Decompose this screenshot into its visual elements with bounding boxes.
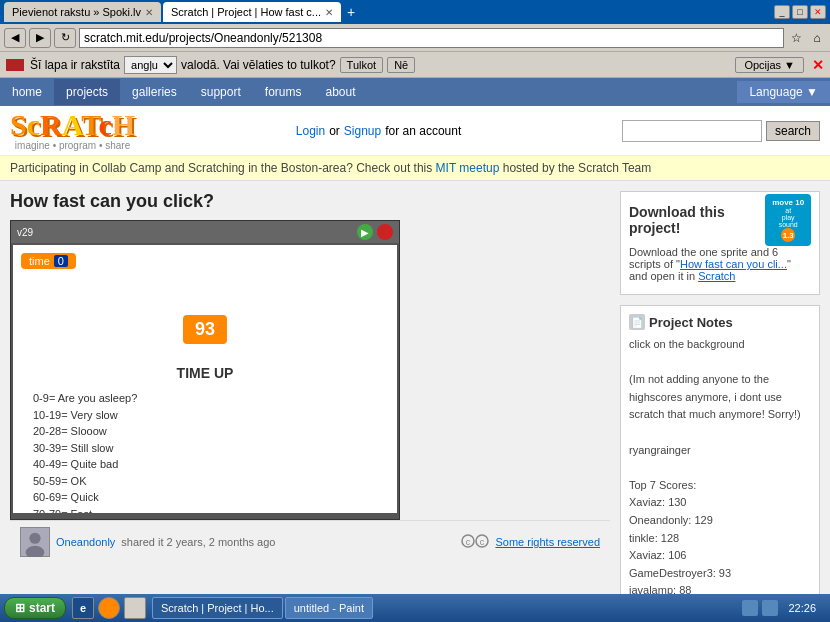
login-area: Login or Signup for an account (296, 124, 461, 138)
tab-1-title: Pievienot rakstu » Spoki.lv (12, 6, 141, 18)
tab-2-title: Scratch | Project | How fast c... (171, 6, 321, 18)
taskbar-item-2-label: untitled - Paint (294, 602, 364, 614)
guide-line-2: 10-19= Very slow (33, 407, 137, 424)
download-project-link[interactable]: How fast can you cli... (680, 258, 787, 270)
notes-text: click on the background (Im not adding a… (629, 336, 811, 594)
logo-s: S (10, 108, 27, 141)
download-icon: move 10 at play sound 1.3 (765, 200, 811, 240)
firefox-icon[interactable] (98, 597, 120, 619)
tab-1[interactable]: Pievienot rakstu » Spoki.lv ✕ (4, 2, 161, 22)
nav-galleries[interactable]: galleries (120, 79, 189, 105)
address-icons: ☆ ⌂ (787, 29, 826, 47)
minimize-button[interactable]: _ (774, 5, 790, 19)
translate-flag-text: Šī lapa ir rakstīta (30, 58, 120, 72)
logo-h: H (112, 108, 135, 141)
download-desc: Download the one sprite and 6 scripts of… (629, 246, 811, 282)
logo-r: R (40, 108, 62, 141)
network-icon (742, 600, 758, 616)
star-icon[interactable]: ☆ (787, 29, 805, 47)
timer-value: 0 (54, 255, 68, 267)
sidebar: Download this project! move 10 at play s… (620, 191, 820, 594)
tab-1-close[interactable]: ✕ (145, 7, 153, 18)
back-button[interactable]: ◀ (4, 28, 26, 48)
nav-language[interactable]: Language ▼ (737, 81, 830, 103)
new-tab-button[interactable]: + (343, 2, 359, 22)
logo-a: A (62, 108, 81, 141)
search-input[interactable] (622, 120, 762, 142)
guide-line-3: 20-28= Slooow (33, 423, 137, 440)
address-input[interactable] (79, 28, 784, 48)
volume-icon (762, 600, 778, 616)
search-button[interactable]: search (766, 121, 820, 141)
logo-c2: c (98, 108, 111, 141)
rights-link[interactable]: Some rights reserved (495, 536, 600, 548)
translate-valoda-text: valodā. Vai vēlaties to tulkot? (181, 58, 336, 72)
taskbar-item-1[interactable]: Scratch | Project | Ho... (152, 597, 283, 619)
mit-meetup-link[interactable]: MIT meetup (436, 161, 500, 175)
camp-notice: Participating in Collab Camp and Scratch… (0, 156, 830, 181)
taskbar-quick-launch: e (68, 597, 150, 619)
ne-button[interactable]: Nē (387, 57, 415, 73)
nav-about[interactable]: about (313, 79, 367, 105)
for-account-text: for an account (385, 124, 461, 138)
guide-line-1: 0-9= Are you asleep? (33, 390, 137, 407)
signup-link[interactable]: Signup (344, 124, 381, 138)
taskbar-item-1-label: Scratch | Project | Ho... (161, 602, 274, 614)
scratch-13-logo: move 10 at play sound 1.3 (765, 194, 811, 246)
nav-home[interactable]: home (0, 79, 54, 105)
guide-line-7: 60-69= Quick (33, 489, 137, 506)
language-select[interactable]: angļu (124, 56, 177, 74)
main-content: How fast can you click? v29 ▶ time 0 93 … (0, 181, 830, 594)
scratch-navbar: home projects galleries support forums a… (0, 78, 830, 106)
close-button[interactable]: ✕ (810, 5, 826, 19)
translation-toolbar: Šī lapa ir rakstīta angļu valodā. Vai vē… (0, 52, 830, 78)
tab-2-close[interactable]: ✕ (325, 7, 333, 18)
address-bar: ◀ ▶ ↻ ☆ ⌂ (0, 24, 830, 52)
windows-icon: ⊞ (15, 601, 25, 615)
tab-2[interactable]: Scratch | Project | How fast c... ✕ (163, 2, 341, 22)
svg-text:c: c (466, 537, 471, 547)
tab-bar: Pievienot rakstu » Spoki.lv ✕ Scratch | … (4, 2, 774, 22)
camp-text-after: hosted by the Scratch Team (503, 161, 652, 175)
window-controls: _ □ ✕ (774, 5, 826, 19)
scratch-logo: ScRATcH (10, 110, 135, 140)
guide-line-5: 40-49= Quite bad (33, 456, 137, 473)
or-text: or (329, 124, 340, 138)
frame-header: v29 ▶ (11, 221, 399, 243)
nav-items: home projects galleries support forums a… (0, 79, 368, 105)
browser-titlebar: Pievienot rakstu » Spoki.lv ✕ Scratch | … (0, 0, 830, 24)
score-guide: 0-9= Are you asleep? 10-19= Very slow 20… (33, 390, 137, 513)
score-display: 93 (183, 315, 227, 344)
taskbar-item-2[interactable]: untitled - Paint (285, 597, 373, 619)
nav-projects[interactable]: projects (54, 79, 120, 105)
download-box: Download this project! move 10 at play s… (620, 191, 820, 295)
maximize-button[interactable]: □ (792, 5, 808, 19)
time-up-text: TIME UP (177, 365, 234, 381)
nav-forums[interactable]: forums (253, 79, 314, 105)
project-frame: v29 ▶ time 0 93 TIME UP 0-9= Are you asl… (10, 220, 400, 520)
forward-button[interactable]: ▶ (29, 28, 51, 48)
home-icon[interactable]: ⌂ (808, 29, 826, 47)
green-flag-button[interactable]: ▶ (357, 224, 373, 240)
frame-controls: ▶ (357, 224, 393, 240)
nav-support[interactable]: support (189, 79, 253, 105)
download-title-text: Download this project! (629, 204, 761, 236)
start-button[interactable]: ⊞ start (4, 597, 66, 619)
download-scratch-link[interactable]: Scratch (698, 270, 735, 282)
login-link[interactable]: Login (296, 124, 325, 138)
notes-title: Project Notes (649, 315, 733, 330)
red-stop-button[interactable] (377, 224, 393, 240)
timer-label: time (29, 255, 50, 267)
tulkot-button[interactable]: Tulkot (340, 57, 384, 73)
svg-point-1 (29, 533, 40, 544)
project-title: How fast can you click? (10, 191, 610, 212)
ie-icon[interactable]: e (72, 597, 94, 619)
opcijas-button[interactable]: Opcijas ▼ (735, 57, 804, 73)
notes-header: 📄 Project Notes (629, 314, 811, 330)
cc-icon: cc (461, 534, 489, 550)
misc-icon[interactable] (124, 597, 146, 619)
refresh-button[interactable]: ↻ (54, 28, 76, 48)
shared-by-link[interactable]: Oneandonly (56, 536, 115, 548)
toolbar-close-button[interactable]: ✕ (812, 57, 824, 73)
frame-body[interactable]: time 0 93 TIME UP 0-9= Are you asleep? 1… (13, 245, 397, 513)
